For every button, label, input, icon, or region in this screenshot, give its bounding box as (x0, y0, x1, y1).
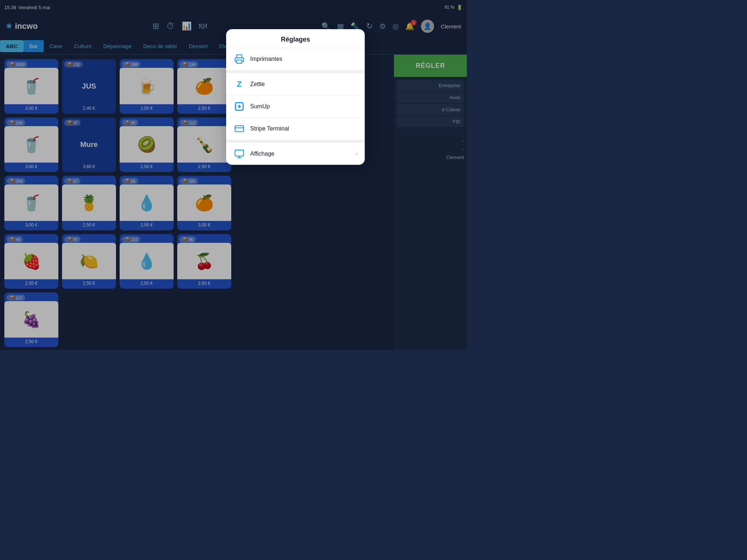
zettle-icon: Z (233, 78, 245, 90)
sumup-label: SumUp (250, 103, 357, 110)
modal-item-stripe[interactable]: Stripe Terminal (226, 118, 365, 140)
imprimantes-label: Imprimantes (250, 56, 357, 62)
zettle-label: Zettle (250, 81, 357, 88)
settings-modal: Réglages Imprimantes Z Zettle SumUp (226, 29, 365, 165)
modal-separator-2 (226, 140, 365, 143)
modal-separator-1 (226, 70, 365, 73)
printer-icon (233, 53, 245, 65)
chevron-right-icon: › (356, 151, 357, 157)
sumup-icon (233, 101, 245, 112)
modal-item-imprimantes[interactable]: Imprimantes (226, 48, 365, 70)
stripe-icon (233, 123, 245, 135)
display-icon (233, 148, 245, 160)
affichage-label: Affichage (250, 151, 351, 157)
svg-rect-2 (235, 126, 243, 132)
modal-item-affichage[interactable]: Affichage › (226, 143, 365, 165)
modal-item-zettle[interactable]: Z Zettle (226, 73, 365, 96)
stripe-label: Stripe Terminal (250, 125, 357, 132)
svg-rect-4 (235, 150, 243, 156)
modal-item-sumup[interactable]: SumUp (226, 96, 365, 118)
modal-title: Réglages (226, 29, 365, 48)
svg-rect-0 (237, 60, 242, 63)
